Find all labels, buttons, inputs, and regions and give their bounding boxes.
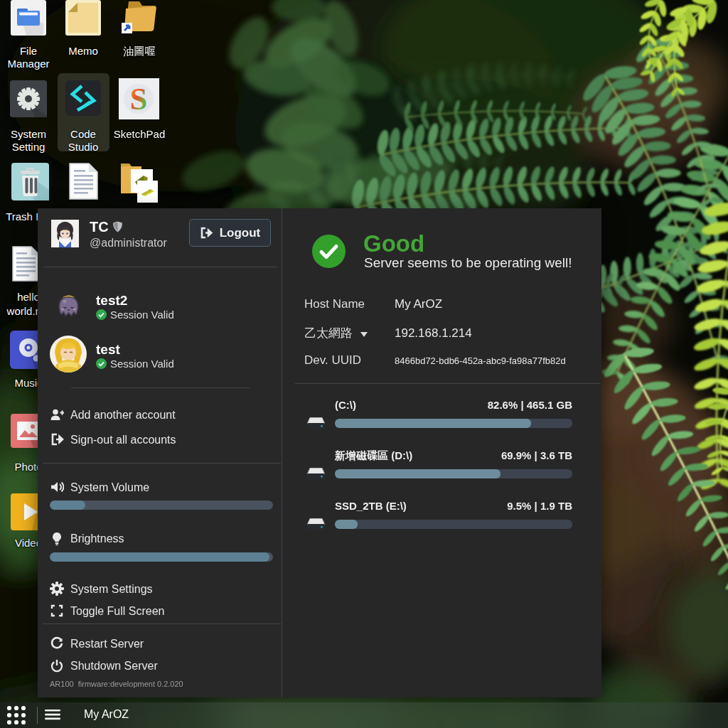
- svg-text:S: S: [130, 82, 147, 117]
